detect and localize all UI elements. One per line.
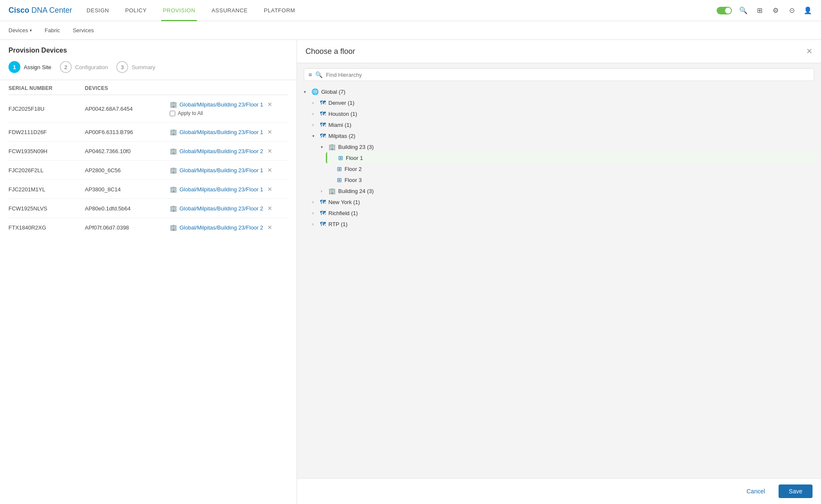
site-cell: 🏢 Global/Milpitas/Building 23/Floor 2 ✕ xyxy=(170,148,288,154)
tree-node-label: Houston (1) xyxy=(328,111,357,117)
device-name: AP3800_8C14 xyxy=(85,186,170,193)
site-link[interactable]: Global/Milpitas/Building 23/Floor 2 xyxy=(179,148,263,154)
site-building-icon: 🏢 xyxy=(170,224,177,231)
nav-policy[interactable]: POLICY xyxy=(123,0,149,21)
clear-site-button[interactable]: ✕ xyxy=(267,205,272,212)
clear-site-button[interactable]: ✕ xyxy=(267,186,272,193)
tree-node-label: New York (1) xyxy=(328,199,360,205)
apply-to-all-checkbox[interactable] xyxy=(170,111,175,116)
panel-header: Choose a floor ✕ xyxy=(297,40,821,63)
site-link[interactable]: Global/Milpitas/Building 23/Floor 1 xyxy=(179,186,263,193)
site-building-icon: 🏢 xyxy=(170,148,177,154)
serial-number: FCW1935N09H xyxy=(8,148,85,154)
tree-row-floor3[interactable]: ⊞ Floor 3 xyxy=(326,174,818,185)
main-container: Provision Devices 1 Assign Site 2 Config… xyxy=(0,40,821,504)
tree-row-rtp[interactable]: › 🗺 RTP (1) xyxy=(309,218,818,230)
save-button[interactable]: Save xyxy=(779,484,813,498)
tree-item-houston: › 🗺 Houston (1) xyxy=(309,108,818,119)
nav-platform[interactable]: PLATFORM xyxy=(262,0,297,21)
site-link[interactable]: Global/Milpitas/Building 23/Floor 1 xyxy=(179,101,263,108)
tree-item-milpitas: ▾ 🗺 Milpitas (2) ▾ 🏢 B xyxy=(309,130,818,196)
tree-item-rtp: › 🗺 RTP (1) xyxy=(309,218,818,230)
subnav-devices[interactable]: Devices ▾ xyxy=(8,21,32,40)
site-building-icon: 🏢 xyxy=(170,101,177,108)
tree-row-denver[interactable]: › 🗺 Denver (1) xyxy=(309,97,818,108)
tree-node-label: Floor 2 xyxy=(345,166,361,172)
step-1-circle: 1 xyxy=(8,61,20,73)
tree-node-label: Floor 3 xyxy=(345,177,361,183)
settings-icon[interactable]: ⚙ xyxy=(771,6,780,15)
step-3-label: Summary xyxy=(132,64,155,70)
devices-chevron-icon: ▾ xyxy=(30,28,32,33)
tree-row-houston[interactable]: › 🗺 Houston (1) xyxy=(309,108,818,119)
site-link[interactable]: Global/Milpitas/Building 23/Floor 2 xyxy=(179,224,263,231)
site-cell: 🏢 Global/Milpitas/Building 23/Floor 2 ✕ xyxy=(170,205,288,212)
tree-node-label: Global (7) xyxy=(321,89,345,95)
tree-row-global[interactable]: ▾ 🌐 Global (7) xyxy=(300,86,818,97)
app-logo: Cisco DNA Center xyxy=(8,6,72,15)
chevron-down-icon: ▾ xyxy=(321,145,326,149)
subnav-services[interactable]: Services xyxy=(73,21,94,40)
step-2-label: Configuration xyxy=(75,64,108,70)
services-label: Services xyxy=(73,27,94,34)
tree-node-label: Floor 1 xyxy=(346,155,363,161)
site-link[interactable]: Global/Milpitas/Building 23/Floor 1 xyxy=(179,129,263,135)
hierarchy-search-input[interactable] xyxy=(326,72,810,78)
device-name: AP0462.7366.10f0 xyxy=(85,148,170,154)
site-link[interactable]: Global/Milpitas/Building 23/Floor 1 xyxy=(179,167,263,174)
serial-number: FDW2111D26F xyxy=(8,129,85,135)
tree-item-richfield: › 🗺 Richfield (1) xyxy=(309,207,818,218)
grid-icon[interactable]: ⊞ xyxy=(755,6,764,15)
clear-site-button[interactable]: ✕ xyxy=(267,129,272,135)
tree-row-miami[interactable]: › 🗺 Miami (1) xyxy=(309,119,818,130)
help-icon[interactable]: ⊙ xyxy=(787,6,796,15)
tree-row-building24[interactable]: › 🏢 Building 24 (3) xyxy=(317,185,818,196)
location-icon: 🗺 xyxy=(320,121,326,128)
user-icon[interactable]: 👤 xyxy=(803,6,813,15)
tree-node-label: Miami (1) xyxy=(328,122,351,128)
tree-row-richfield[interactable]: › 🗺 Richfield (1) xyxy=(309,207,818,218)
cancel-button[interactable]: Cancel xyxy=(738,484,773,498)
site-building-icon: 🏢 xyxy=(170,129,177,135)
site-link[interactable]: Global/Milpitas/Building 23/Floor 2 xyxy=(179,205,263,212)
nav-icon-group: 🔍 ⊞ ⚙ ⊙ 👤 xyxy=(717,6,813,15)
tree-children-building23: ⊞ Floor 1 ⊞ xyxy=(326,152,818,185)
table-row: FCW1935N09H AP0462.7366.10f0 🏢 Global/Mi… xyxy=(8,142,288,161)
site-link-row: 🏢 Global/Milpitas/Building 23/Floor 1 ✕ xyxy=(170,101,288,108)
nav-assurance[interactable]: ASSURANCE xyxy=(210,0,249,21)
location-icon: 🗺 xyxy=(320,99,326,106)
nav-provision[interactable]: PROVISION xyxy=(161,0,197,21)
tree-row-floor2[interactable]: ⊞ Floor 2 xyxy=(326,163,818,174)
tree-node-label: Denver (1) xyxy=(328,100,354,106)
tree-row-floor1[interactable]: ⊞ Floor 1 xyxy=(326,152,818,163)
tree-node-label: Milpitas (2) xyxy=(328,133,356,139)
tree-row-newyork[interactable]: › 🗺 New York (1) xyxy=(309,196,818,207)
apply-to-all-label[interactable]: Apply to All xyxy=(178,110,203,116)
step-2-circle: 2 xyxy=(60,61,72,73)
nav-items: DESIGN POLICY PROVISION ASSURANCE PLATFO… xyxy=(85,0,717,21)
col-serial: Serial Number xyxy=(8,85,85,91)
site-cell: 🏢 Global/Milpitas/Building 23/Floor 1 ✕ xyxy=(170,167,288,174)
search-icon[interactable]: 🔍 xyxy=(739,6,748,15)
step-2: 2 Configuration xyxy=(60,61,108,73)
clear-site-button[interactable]: ✕ xyxy=(267,167,272,174)
nav-design[interactable]: DESIGN xyxy=(85,0,111,21)
hierarchy-search-box[interactable]: ≡ 🔍 xyxy=(304,68,814,81)
subnav-fabric[interactable]: Fabric xyxy=(45,21,60,40)
site-cell: 🏢 Global/Milpitas/Building 23/Floor 2 ✕ xyxy=(170,224,288,231)
clear-site-button[interactable]: ✕ xyxy=(267,224,272,231)
floor-icon: ⊞ xyxy=(337,165,342,172)
chevron-right-icon: › xyxy=(312,200,317,204)
close-panel-button[interactable]: ✕ xyxy=(806,47,813,56)
tree-node-label: Building 24 (3) xyxy=(338,188,374,194)
panel-title: Choose a floor xyxy=(305,47,355,56)
left-panel: Provision Devices 1 Assign Site 2 Config… xyxy=(0,40,297,504)
tree-item-floor2: ⊞ Floor 2 xyxy=(326,163,818,174)
tree-row-milpitas[interactable]: ▾ 🗺 Milpitas (2) xyxy=(309,130,818,141)
table-row: FJC2025F18U AP0042.68A7.6454 🏢 Global/Mi… xyxy=(8,95,288,123)
clear-site-button[interactable]: ✕ xyxy=(267,148,272,154)
tree-item-floor1: ⊞ Floor 1 xyxy=(326,152,818,163)
tree-row-building23[interactable]: ▾ 🏢 Building 23 (3) xyxy=(317,141,818,152)
toggle-switch[interactable] xyxy=(717,7,732,14)
clear-site-button[interactable]: ✕ xyxy=(267,101,272,108)
